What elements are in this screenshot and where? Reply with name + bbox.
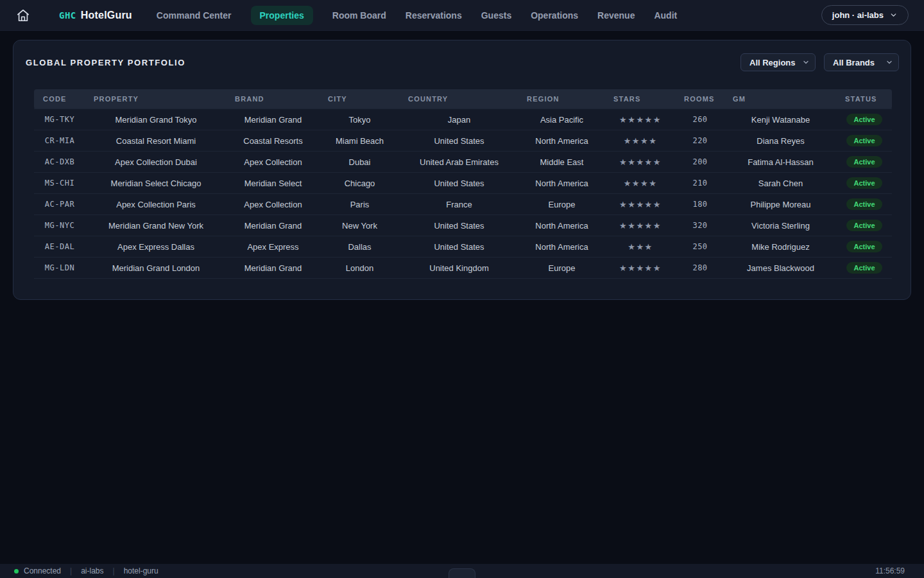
table-row: MG-NYCMeridian Grand New YorkMeridian Gr… <box>34 215 892 236</box>
status-cell: Active <box>837 215 892 236</box>
properties-table-wrap: CODEPROPERTYBRANDCITYCOUNTRYREGIONSTARSR… <box>34 89 890 279</box>
country-cell: United States <box>400 173 518 194</box>
table-row: MG-TKYMeridian Grand TokyoMeridian Grand… <box>34 109 892 130</box>
brand-filter: All Brands <box>824 53 899 71</box>
gm-cell: James Blackwood <box>724 258 837 279</box>
nav-links: Command CenterPropertiesRoom BoardReserv… <box>157 6 677 25</box>
country-cell: United States <box>400 236 518 258</box>
app-label: hotel-guru <box>124 566 158 575</box>
connection-status-label: Connected <box>24 566 61 575</box>
table-row: AC-DXBApex Collection DubaiApex Collecti… <box>34 152 892 173</box>
property-cell: Apex Collection Dubai <box>85 152 227 173</box>
brand-cell: Coastal Resorts <box>227 130 320 152</box>
column-header-region: REGION <box>518 89 605 109</box>
brand-filter-select[interactable]: All Brands <box>824 53 899 71</box>
status-cell: Active <box>837 130 892 152</box>
nav-item-guests[interactable]: Guests <box>481 6 511 25</box>
stars-cell: ★★★★ <box>605 130 676 152</box>
code-cell: CR-MIA <box>34 130 85 152</box>
code-cell: AC-PAR <box>34 194 85 215</box>
code-cell: AC-DXB <box>34 152 85 173</box>
country-cell: United Kingdom <box>400 258 518 279</box>
nav-item-properties[interactable]: Properties <box>251 6 313 25</box>
status-badge: Active <box>846 241 882 252</box>
nav-item-operations[interactable]: Operations <box>531 6 578 25</box>
region-cell: Europe <box>518 258 605 279</box>
rooms-cell: 180 <box>676 194 724 215</box>
table-row: AE-DALApex Express DallasApex ExpressDal… <box>34 236 892 258</box>
properties-table: CODEPROPERTYBRANDCITYCOUNTRYREGIONSTARSR… <box>34 89 892 279</box>
property-cell: Apex Collection Paris <box>85 194 227 215</box>
nav-item-reservations[interactable]: Reservations <box>406 6 462 25</box>
nav-item-command-center[interactable]: Command Center <box>157 6 232 25</box>
brand-cell: Meridian Grand <box>227 258 320 279</box>
nav-item-revenue[interactable]: Revenue <box>597 6 635 25</box>
rooms-cell: 260 <box>676 109 724 130</box>
user-label: john · ai-labs <box>832 10 884 20</box>
gm-cell: Kenji Watanabe <box>724 109 837 130</box>
gm-cell: Fatima Al-Hassan <box>724 152 837 173</box>
region-filter-select[interactable]: All Regions <box>740 53 816 71</box>
table-row: MS-CHIMeridian Select ChicagoMeridian Se… <box>34 173 892 194</box>
city-cell: Dubai <box>320 152 400 173</box>
table-row: AC-PARApex Collection ParisApex Collecti… <box>34 194 892 215</box>
stars-cell: ★★★★★ <box>605 258 676 279</box>
user-menu-button[interactable]: john · ai-labs <box>821 5 909 25</box>
home-button[interactable] <box>15 8 31 23</box>
property-cell: Meridian Grand London <box>85 258 227 279</box>
column-header-stars: STARS <box>605 89 676 109</box>
column-header-property: PROPERTY <box>85 89 227 109</box>
region-cell: North America <box>518 236 605 258</box>
gm-cell: Sarah Chen <box>724 173 837 194</box>
column-header-status: STATUS <box>837 89 892 109</box>
brand-cell: Meridian Grand <box>227 215 320 236</box>
bottom-drawer-handle[interactable] <box>449 568 475 578</box>
stars-cell: ★★★ <box>605 236 676 258</box>
country-cell: Japan <box>400 109 518 130</box>
stars-cell: ★★★★ <box>605 173 676 194</box>
rooms-cell: 210 <box>676 173 724 194</box>
code-cell: MS-CHI <box>34 173 85 194</box>
gm-cell: Mike Rodriguez <box>724 236 837 258</box>
code-cell: MG-NYC <box>34 215 85 236</box>
status-cell: Active <box>837 236 892 258</box>
code-cell: MG-LDN <box>34 258 85 279</box>
rooms-cell: 280 <box>676 258 724 279</box>
table-row: CR-MIACoastal Resort MiamiCoastal Resort… <box>34 130 892 152</box>
property-portfolio-panel: GLOBAL PROPERTY PORTFOLIO All Regions Al… <box>13 40 911 300</box>
nav-item-room-board[interactable]: Room Board <box>332 6 386 25</box>
status-left: Connected | ai-labs | hotel-guru <box>14 566 158 575</box>
top-nav: GHC HotelGuru Command CenterPropertiesRo… <box>0 0 924 31</box>
separator: | <box>70 566 72 575</box>
separator: | <box>113 566 115 575</box>
city-cell: London <box>320 258 400 279</box>
region-filter: All Regions <box>740 53 816 71</box>
brand-cell: Apex Express <box>227 236 320 258</box>
column-header-city: CITY <box>320 89 400 109</box>
rooms-cell: 320 <box>676 215 724 236</box>
gm-cell: Diana Reyes <box>724 130 837 152</box>
code-cell: MG-TKY <box>34 109 85 130</box>
status-cell: Active <box>837 258 892 279</box>
logo-name: HotelGuru <box>81 10 132 21</box>
table-row: MG-LDNMeridian Grand LondonMeridian Gran… <box>34 258 892 279</box>
table-header: CODEPROPERTYBRANDCITYCOUNTRYREGIONSTARSR… <box>34 89 892 109</box>
brand-cell: Meridian Select <box>227 173 320 194</box>
country-cell: United States <box>400 215 518 236</box>
clock: 11:56:59 <box>875 566 905 575</box>
status-cell: Active <box>837 109 892 130</box>
status-badge: Active <box>846 156 882 168</box>
gm-cell: Victoria Sterling <box>724 215 837 236</box>
country-cell: United States <box>400 130 518 152</box>
status-badge: Active <box>846 177 882 189</box>
status-cell: Active <box>837 152 892 173</box>
nav-item-audit[interactable]: Audit <box>654 6 677 25</box>
column-header-gm: GM <box>724 89 837 109</box>
city-cell: New York <box>320 215 400 236</box>
page-title: GLOBAL PROPERTY PORTFOLIO <box>25 58 185 67</box>
region-cell: North America <box>518 215 605 236</box>
status-badge: Active <box>846 135 882 146</box>
country-cell: United Arab Emirates <box>400 152 518 173</box>
property-cell: Meridian Select Chicago <box>85 173 227 194</box>
city-cell: Chicago <box>320 173 400 194</box>
